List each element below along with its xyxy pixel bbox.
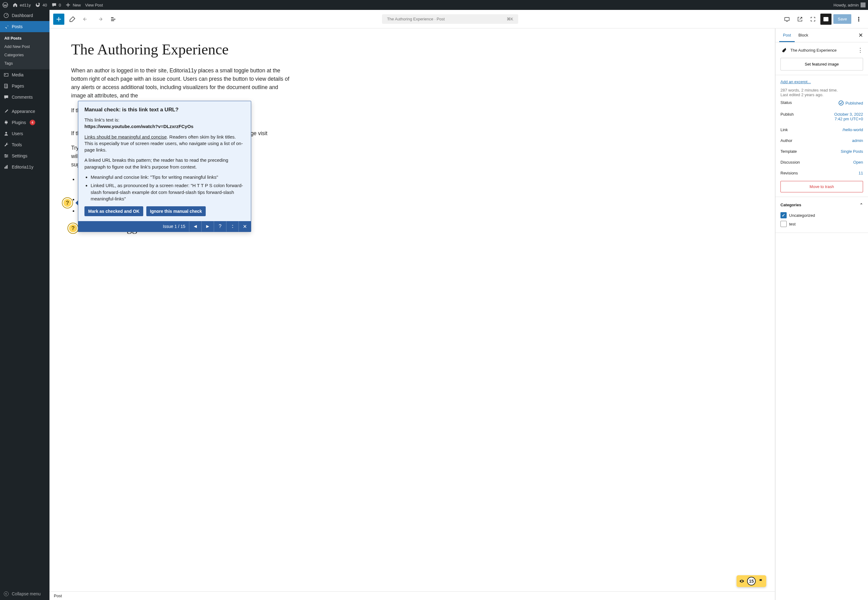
updates-link[interactable]: 40 [35, 2, 47, 8]
permalink-button[interactable]: /hello-world [843, 127, 863, 132]
search-kbd: ⌘K [507, 17, 514, 21]
sidebar-item-users[interactable]: Users [0, 128, 50, 139]
category-checkbox-test[interactable] [780, 221, 787, 227]
categories-panel-toggle[interactable]: Categories ⌃ [780, 202, 863, 211]
category-checkbox-uncategorized[interactable] [780, 212, 787, 218]
template-button[interactable]: Single Posts [841, 149, 863, 154]
sidebar-item-settings[interactable]: Settings [0, 150, 50, 161]
svg-point-20 [839, 101, 843, 105]
close-inspector-button[interactable]: ✕ [857, 30, 864, 40]
admin-bar: ed11y 40 0 New View Post Howdy, admin [0, 0, 868, 10]
chart-icon [3, 164, 9, 170]
view-post-link[interactable]: View Post [85, 3, 103, 8]
pin-icon [3, 24, 9, 30]
prev-issue-button[interactable]: ◄ [189, 221, 201, 232]
site-home-link[interactable]: ed11y [12, 2, 30, 8]
svg-point-3 [5, 74, 6, 75]
ed11y-example: Linked URL, as pronounced by a screen re… [91, 182, 245, 202]
editor-canvas[interactable]: The Authoring Experience When an author … [50, 29, 775, 600]
fullscreen-button[interactable] [807, 14, 818, 25]
svg-point-18 [858, 18, 859, 20]
discussion-button[interactable]: Open [853, 160, 863, 165]
plugins-badge: 4 [30, 120, 35, 125]
user-icon [3, 130, 9, 137]
post-actions-button[interactable]: ⋮ [857, 47, 863, 53]
comments-link[interactable]: 0 [52, 2, 61, 8]
next-issue-button[interactable]: ► [201, 221, 214, 232]
block-breadcrumb[interactable]: Post [50, 591, 775, 600]
sidebar-item-comments[interactable]: Comments [0, 92, 50, 103]
status-button[interactable]: Published [838, 100, 863, 106]
howdy-link[interactable]: Howdy, admin [834, 3, 865, 8]
ed11y-marker[interactable] [62, 198, 73, 208]
svg-point-19 [858, 20, 859, 21]
options-button[interactable] [853, 14, 864, 25]
sliders-icon [3, 153, 9, 159]
close-popup-button[interactable]: ✕ [238, 221, 251, 232]
help-button[interactable]: ? [214, 221, 226, 232]
edit-button[interactable] [226, 221, 238, 232]
featured-image-button[interactable]: Set featured image [780, 58, 863, 71]
ed11y-toggle[interactable]: 15 [736, 575, 766, 587]
sidebar-item-plugins[interactable]: Plugins4 [0, 117, 50, 128]
search-label: The Authoring Experience · Post [387, 17, 444, 21]
document-search-button[interactable]: The Authoring Experience · Post ⌘K [382, 14, 518, 24]
sidebar-item-appearance[interactable]: Appearance [0, 106, 50, 117]
sidebar-item-editoria11y[interactable]: Editoria11y [0, 161, 50, 173]
sidebar-sub-categories[interactable]: Categories [0, 51, 50, 59]
media-icon [3, 72, 9, 78]
svg-rect-2 [5, 74, 8, 76]
tools-mode-button[interactable] [67, 14, 78, 25]
redo-button[interactable] [94, 14, 105, 25]
sidebar-posts-submenu: All Posts Add New Post Categories Tags [0, 32, 50, 69]
post-title-display: The Authoring Experience [790, 48, 837, 53]
undo-button[interactable] [80, 14, 92, 25]
add-block-button[interactable] [53, 14, 64, 25]
tab-block[interactable]: Block [795, 29, 812, 42]
ed11y-rule-link[interactable]: Links should be meaningful and concise [85, 134, 167, 139]
paragraph[interactable]: When an author is logged in to their sit… [71, 67, 294, 100]
move-to-trash-button[interactable]: Move to trash [780, 181, 863, 192]
collapse-menu-button[interactable]: Collapse menu [0, 588, 50, 600]
sidebar-item-pages[interactable]: Pages [0, 80, 50, 92]
pages-icon [3, 83, 9, 89]
sidebar-item-dashboard[interactable]: Dashboard [0, 10, 50, 21]
add-excerpt-link[interactable]: Add an excerpt... [780, 79, 811, 84]
ignore-button[interactable]: Ignore this manual check [146, 206, 206, 216]
svg-point-8 [6, 155, 8, 156]
author-button[interactable]: admin [852, 138, 863, 143]
eye-icon [739, 578, 745, 584]
sidebar-item-tools[interactable]: Tools [0, 139, 50, 150]
revisions-button[interactable]: 11 [859, 171, 863, 175]
sidebar-sub-add-new[interactable]: Add New Post [0, 42, 50, 51]
save-button[interactable]: Save [833, 14, 851, 24]
word-count: 287 words, 2 minutes read time. [780, 88, 863, 92]
document-overview-button[interactable] [108, 14, 119, 25]
brush-icon [3, 108, 9, 114]
post-title[interactable]: The Authoring Experience [71, 41, 294, 58]
sidebar-item-posts[interactable]: Posts [0, 21, 50, 32]
svg-point-9 [5, 156, 6, 158]
collapse-icon [3, 591, 9, 597]
issue-counter: Issue 1 / 15 [78, 221, 189, 232]
admin-sidebar: Dashboard Posts All Posts Add New Post C… [0, 10, 50, 600]
svg-rect-12 [7, 165, 8, 169]
issue-count-badge: 15 [747, 577, 756, 585]
preview-button[interactable] [782, 14, 792, 25]
sidebar-item-media[interactable]: Media [0, 69, 50, 80]
sidebar-sub-all-posts[interactable]: All Posts [0, 34, 50, 42]
new-link[interactable]: New [65, 2, 81, 8]
wp-logo-icon[interactable] [3, 2, 8, 8]
publish-date-button[interactable]: October 3, 20227:42 pm UTC+0 [834, 112, 863, 121]
mark-ok-button[interactable]: Mark as checked and OK [85, 206, 143, 216]
ed11y-popup-footer: Issue 1 / 15 ◄ ► ? ✕ [78, 221, 251, 232]
ed11y-explain: A linked URL breaks this pattern; the re… [85, 157, 245, 170]
settings-sidebar-button[interactable] [820, 14, 832, 25]
ed11y-popup-heading: Manual check: is this link text a URL? [85, 107, 245, 113]
last-edited: Last edited 2 years ago. [780, 92, 863, 97]
sidebar-sub-tags[interactable]: Tags [0, 59, 50, 67]
ed11y-marker[interactable] [68, 223, 78, 233]
chevron-up-icon: ⌃ [860, 203, 863, 207]
view-link-button[interactable] [794, 14, 806, 25]
tab-post[interactable]: Post [779, 29, 795, 42]
